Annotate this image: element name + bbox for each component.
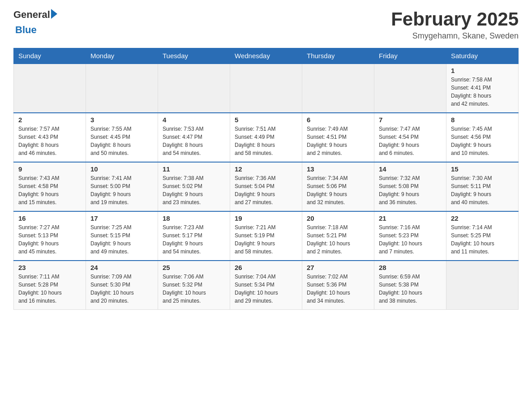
day-number: 2	[18, 116, 81, 124]
page-header: General Blue February 2025 Smygehamn, Sk…	[13, 9, 519, 41]
day-number: 10	[90, 165, 153, 173]
calendar-cell	[446, 261, 519, 310]
day-info: Sunrise: 7:09 AMSunset: 5:30 PMDaylight:…	[90, 273, 153, 305]
day-info: Sunrise: 7:57 AMSunset: 4:43 PMDaylight:…	[18, 125, 81, 157]
calendar-cell	[374, 64, 446, 113]
day-number: 28	[379, 264, 442, 271]
calendar-cell: 25Sunrise: 7:06 AMSunset: 5:32 PMDayligh…	[158, 261, 230, 310]
calendar-cell: 26Sunrise: 7:04 AMSunset: 5:34 PMDayligh…	[230, 261, 302, 310]
day-number: 4	[163, 116, 225, 124]
day-info: Sunrise: 7:21 AMSunset: 5:19 PMDaylight:…	[235, 223, 297, 256]
day-number: 11	[163, 165, 225, 173]
calendar-cell	[14, 64, 86, 113]
calendar-week-row: 9Sunrise: 7:43 AMSunset: 4:58 PMDaylight…	[14, 162, 519, 211]
day-info: Sunrise: 7:38 AMSunset: 5:02 PMDaylight:…	[163, 174, 225, 206]
header-saturday: Saturday	[446, 48, 519, 64]
logo-general-text: General	[13, 9, 50, 21]
logo-arrow-icon	[51, 9, 57, 19]
calendar-cell: 2Sunrise: 7:57 AMSunset: 4:43 PMDaylight…	[14, 113, 86, 162]
day-info: Sunrise: 7:34 AMSunset: 5:06 PMDaylight:…	[307, 174, 369, 206]
calendar-cell: 20Sunrise: 7:18 AMSunset: 5:21 PMDayligh…	[302, 211, 374, 261]
calendar-cell: 10Sunrise: 7:41 AMSunset: 5:00 PMDayligh…	[86, 162, 158, 211]
day-number: 23	[18, 264, 81, 271]
day-info: Sunrise: 7:18 AMSunset: 5:21 PMDaylight:…	[307, 223, 369, 256]
day-info: Sunrise: 7:04 AMSunset: 5:34 PMDaylight:…	[235, 273, 297, 305]
day-number: 17	[90, 214, 153, 222]
day-info: Sunrise: 7:16 AMSunset: 5:23 PMDaylight:…	[379, 223, 442, 256]
day-info: Sunrise: 7:41 AMSunset: 5:00 PMDaylight:…	[90, 174, 153, 206]
day-info: Sunrise: 7:58 AMSunset: 4:41 PMDaylight:…	[451, 76, 514, 108]
day-info: Sunrise: 7:51 AMSunset: 4:49 PMDaylight:…	[235, 125, 297, 157]
header-friday: Friday	[374, 48, 446, 64]
day-info: Sunrise: 7:25 AMSunset: 5:15 PMDaylight:…	[90, 223, 153, 256]
day-info: Sunrise: 7:06 AMSunset: 5:32 PMDaylight:…	[163, 273, 225, 305]
calendar-week-row: 2Sunrise: 7:57 AMSunset: 4:43 PMDaylight…	[14, 113, 519, 162]
calendar-cell: 7Sunrise: 7:47 AMSunset: 4:54 PMDaylight…	[374, 113, 446, 162]
day-number: 26	[235, 264, 297, 271]
day-number: 18	[163, 214, 225, 222]
day-number: 3	[90, 116, 153, 124]
day-number: 20	[307, 214, 369, 222]
day-number: 12	[235, 165, 297, 173]
header-wednesday: Wednesday	[230, 48, 302, 64]
header-sunday: Sunday	[14, 48, 86, 64]
day-number: 15	[451, 165, 514, 173]
header-tuesday: Tuesday	[158, 48, 230, 64]
day-number: 13	[307, 165, 369, 173]
calendar-cell: 12Sunrise: 7:36 AMSunset: 5:04 PMDayligh…	[230, 162, 302, 211]
calendar-cell: 6Sunrise: 7:49 AMSunset: 4:51 PMDaylight…	[302, 113, 374, 162]
calendar-cell: 24Sunrise: 7:09 AMSunset: 5:30 PMDayligh…	[86, 261, 158, 310]
header-thursday: Thursday	[302, 48, 374, 64]
title-area: February 2025 Smygehamn, Skane, Sweden	[391, 9, 519, 41]
calendar-cell	[158, 64, 230, 113]
calendar-week-row: 1Sunrise: 7:58 AMSunset: 4:41 PMDaylight…	[14, 64, 519, 113]
day-info: Sunrise: 7:02 AMSunset: 5:36 PMDaylight:…	[307, 273, 369, 305]
calendar-cell	[86, 64, 158, 113]
calendar-cell: 5Sunrise: 7:51 AMSunset: 4:49 PMDaylight…	[230, 113, 302, 162]
calendar-cell: 4Sunrise: 7:53 AMSunset: 4:47 PMDaylight…	[158, 113, 230, 162]
day-number: 5	[235, 116, 297, 124]
logo: General Blue	[13, 9, 57, 36]
calendar-cell: 27Sunrise: 7:02 AMSunset: 5:36 PMDayligh…	[302, 261, 374, 310]
day-info: Sunrise: 7:30 AMSunset: 5:11 PMDaylight:…	[451, 174, 514, 206]
day-info: Sunrise: 6:59 AMSunset: 5:38 PMDaylight:…	[379, 273, 442, 305]
calendar-cell: 22Sunrise: 7:14 AMSunset: 5:25 PMDayligh…	[446, 211, 519, 261]
header-monday: Monday	[86, 48, 158, 64]
day-info: Sunrise: 7:23 AMSunset: 5:17 PMDaylight:…	[163, 223, 225, 256]
day-number: 24	[90, 264, 153, 271]
calendar-cell: 17Sunrise: 7:25 AMSunset: 5:15 PMDayligh…	[86, 211, 158, 261]
day-info: Sunrise: 7:47 AMSunset: 4:54 PMDaylight:…	[379, 125, 442, 157]
day-info: Sunrise: 7:43 AMSunset: 4:58 PMDaylight:…	[18, 174, 81, 206]
day-number: 1	[451, 67, 514, 74]
logo-blue-text: Blue	[15, 24, 57, 36]
location-text: Smygehamn, Skane, Sweden	[391, 31, 519, 41]
calendar-cell: 14Sunrise: 7:32 AMSunset: 5:08 PMDayligh…	[374, 162, 446, 211]
day-number: 14	[379, 165, 442, 173]
day-number: 9	[18, 165, 81, 173]
day-number: 22	[451, 214, 514, 222]
calendar-cell: 18Sunrise: 7:23 AMSunset: 5:17 PMDayligh…	[158, 211, 230, 261]
day-number: 6	[307, 116, 369, 124]
day-number: 19	[235, 214, 297, 222]
calendar-cell: 19Sunrise: 7:21 AMSunset: 5:19 PMDayligh…	[230, 211, 302, 261]
calendar-cell: 16Sunrise: 7:27 AMSunset: 5:13 PMDayligh…	[14, 211, 86, 261]
day-number: 27	[307, 264, 369, 271]
day-number: 25	[163, 264, 225, 271]
calendar-week-row: 23Sunrise: 7:11 AMSunset: 5:28 PMDayligh…	[14, 261, 519, 310]
calendar-cell: 11Sunrise: 7:38 AMSunset: 5:02 PMDayligh…	[158, 162, 230, 211]
day-number: 21	[379, 214, 442, 222]
day-info: Sunrise: 7:45 AMSunset: 4:56 PMDaylight:…	[451, 125, 514, 157]
day-info: Sunrise: 7:27 AMSunset: 5:13 PMDaylight:…	[18, 223, 81, 256]
calendar-header-row: SundayMondayTuesdayWednesdayThursdayFrid…	[14, 48, 519, 64]
calendar-table: SundayMondayTuesdayWednesdayThursdayFrid…	[13, 48, 519, 310]
day-info: Sunrise: 7:53 AMSunset: 4:47 PMDaylight:…	[163, 125, 225, 157]
day-info: Sunrise: 7:14 AMSunset: 5:25 PMDaylight:…	[451, 223, 514, 256]
day-number: 16	[18, 214, 81, 222]
day-number: 8	[451, 116, 514, 124]
day-info: Sunrise: 7:11 AMSunset: 5:28 PMDaylight:…	[18, 273, 81, 305]
day-info: Sunrise: 7:55 AMSunset: 4:45 PMDaylight:…	[90, 125, 153, 157]
day-info: Sunrise: 7:36 AMSunset: 5:04 PMDaylight:…	[235, 174, 297, 206]
day-info: Sunrise: 7:32 AMSunset: 5:08 PMDaylight:…	[379, 174, 442, 206]
calendar-cell	[230, 64, 302, 113]
calendar-cell: 1Sunrise: 7:58 AMSunset: 4:41 PMDaylight…	[446, 64, 519, 113]
